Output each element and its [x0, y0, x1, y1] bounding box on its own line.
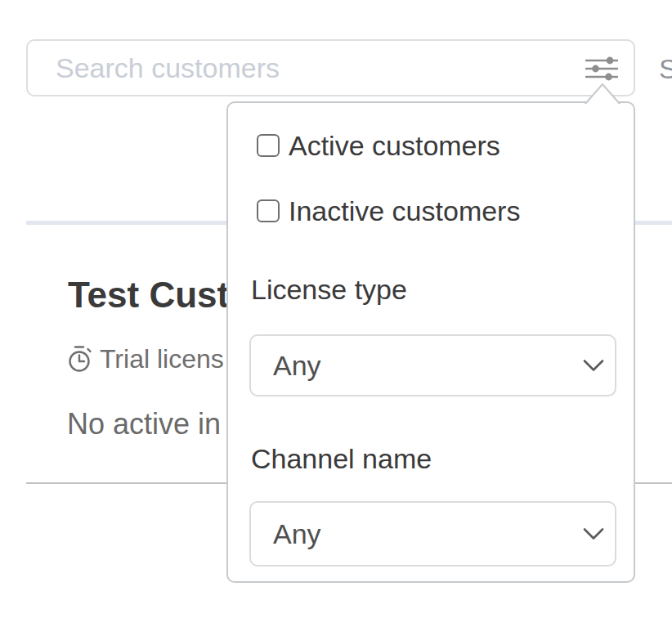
license-type-select-value: Any — [273, 350, 321, 382]
filter-option-inactive-customers[interactable]: Inactive customers — [257, 192, 520, 230]
chevron-down-icon — [583, 527, 604, 540]
checkbox-label: Inactive customers — [289, 192, 520, 230]
checkbox-label: Active customers — [289, 127, 500, 164]
license-badge: Trial licens — [67, 345, 224, 373]
stopwatch-icon — [67, 345, 93, 373]
filter-button[interactable] — [582, 52, 621, 85]
filter-popover: Active customers Inactive customers Lice… — [226, 101, 635, 583]
search-bar — [26, 39, 635, 96]
license-type-select[interactable]: Any — [249, 334, 616, 396]
active-customers-checkbox[interactable] — [257, 134, 280, 157]
search-input[interactable] — [56, 41, 562, 95]
license-badge-label: Trial licens — [100, 344, 224, 374]
channel-name-label: Channel name — [251, 440, 432, 477]
customers-page: Test Cust Trial licens No active in — [0, 0, 672, 618]
sort-label-partial[interactable]: S — [659, 53, 672, 85]
chevron-down-icon — [583, 359, 604, 372]
status-text: No active in — [67, 407, 221, 441]
filter-option-active-customers[interactable]: Active customers — [257, 127, 500, 164]
sliders-icon — [585, 56, 618, 81]
inactive-customers-checkbox[interactable] — [257, 199, 280, 222]
channel-name-select[interactable]: Any — [249, 501, 616, 566]
popover-caret — [583, 82, 622, 104]
channel-name-select-value: Any — [273, 518, 321, 550]
license-type-label: License type — [251, 271, 407, 308]
customer-name-heading: Test Cust — [68, 275, 229, 316]
